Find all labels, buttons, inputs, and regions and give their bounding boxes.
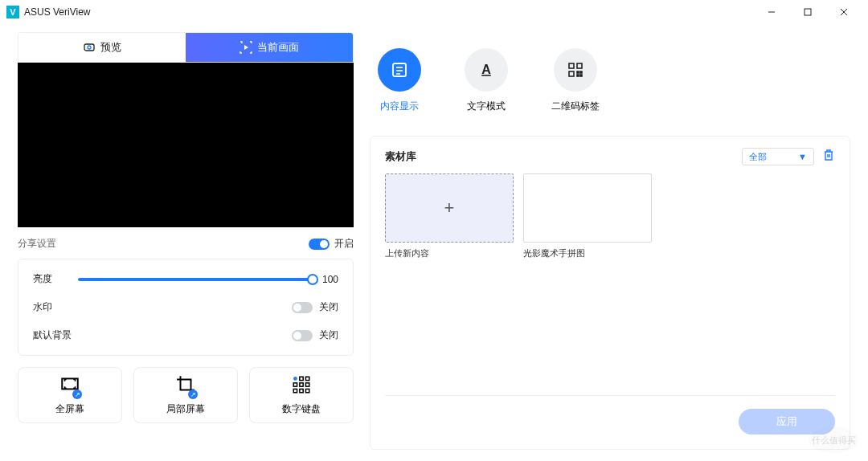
quick-numpad-label: 数字键盘 xyxy=(282,402,321,416)
settings-panel: 亮度 100 水印 关闭 默认背景 关闭 xyxy=(18,259,354,356)
defaultbg-toggle[interactable] xyxy=(292,330,313,341)
quick-region[interactable]: ↗ 局部屏幕 xyxy=(133,367,238,423)
filter-value: 全部 xyxy=(749,151,767,163)
svg-rect-26 xyxy=(580,71,582,73)
library-title: 素材库 xyxy=(385,149,416,164)
defaultbg-label: 默认背景 xyxy=(33,328,78,342)
svg-rect-16 xyxy=(305,389,309,392)
upload-card: + 上传新内容 xyxy=(385,173,514,259)
chevron-down-icon: ▼ xyxy=(798,152,807,161)
svg-rect-25 xyxy=(577,71,579,73)
right-column: 内容显示 A 文字模式 二维码标签 素材库 全部 xyxy=(370,32,850,450)
brightness-slider[interactable] xyxy=(78,278,313,281)
brightness-label: 亮度 xyxy=(33,272,78,286)
mode-row: 内容显示 A 文字模式 二维码标签 xyxy=(370,32,850,136)
svg-marker-6 xyxy=(244,45,248,50)
svg-rect-11 xyxy=(293,383,297,386)
current-icon xyxy=(240,41,252,54)
mode-content-label: 内容显示 xyxy=(380,100,419,113)
quick-region-label: 局部屏幕 xyxy=(166,402,205,416)
mode-text-label: 文字模式 xyxy=(467,100,506,113)
asset-card-1: 光影魔术手拼图 xyxy=(523,173,652,259)
watermark-toggle[interactable] xyxy=(292,302,313,313)
svg-rect-10 xyxy=(305,377,309,380)
defaultbg-row: 默认背景 关闭 xyxy=(33,328,338,342)
upload-caption: 上传新内容 xyxy=(385,247,514,259)
upload-button[interactable]: + xyxy=(385,173,514,243)
mode-text[interactable]: A 文字模式 xyxy=(465,48,508,113)
window-controls xyxy=(753,0,862,24)
tab-preview[interactable]: 预览 xyxy=(18,33,186,62)
brightness-row: 亮度 100 xyxy=(33,272,338,286)
asset-thumbnail[interactable] xyxy=(523,173,652,243)
svg-point-5 xyxy=(88,46,91,49)
watermark-state-label: 关闭 xyxy=(319,300,338,314)
maximize-button[interactable] xyxy=(789,0,825,24)
quick-fullscreen-label: 全屏幕 xyxy=(55,402,84,416)
watermark-row: 水印 关闭 xyxy=(33,300,338,314)
preview-area xyxy=(18,63,354,227)
share-toggle[interactable] xyxy=(309,239,330,250)
left-column: 预览 当前画面 分享设置 开启 亮度 100 xyxy=(18,32,354,450)
content-icon xyxy=(378,48,421,92)
delete-button[interactable] xyxy=(822,149,835,165)
svg-rect-4 xyxy=(84,44,94,51)
quick-numpad[interactable]: 数字键盘 xyxy=(249,367,354,423)
text-icon: A xyxy=(465,48,508,92)
close-button[interactable] xyxy=(825,0,862,24)
share-state-label: 开启 xyxy=(334,237,354,251)
mode-content[interactable]: 内容显示 xyxy=(378,48,421,113)
library-header: 素材库 全部 ▼ xyxy=(385,148,835,165)
qr-icon xyxy=(554,48,597,92)
library-cards: + 上传新内容 光影魔术手拼图 xyxy=(385,173,835,259)
mode-qr[interactable]: 二维码标签 xyxy=(551,48,600,113)
tab-preview-label: 预览 xyxy=(100,40,121,55)
tab-current[interactable]: 当前画面 xyxy=(186,33,353,62)
svg-rect-22 xyxy=(569,63,574,68)
quick-fullscreen[interactable]: ↗ 全屏幕 xyxy=(18,367,122,423)
apply-row: 应用 xyxy=(385,395,835,434)
app-logo: V xyxy=(6,6,19,18)
svg-rect-13 xyxy=(305,383,309,386)
svg-rect-15 xyxy=(300,389,303,392)
brightness-value: 100 xyxy=(322,274,338,285)
library-panel: 素材库 全部 ▼ + 上传新内容 光 xyxy=(370,136,850,450)
svg-rect-23 xyxy=(577,63,582,68)
filter-select[interactable]: 全部 ▼ xyxy=(742,148,814,165)
svg-rect-14 xyxy=(293,389,297,392)
svg-text:A: A xyxy=(481,63,491,76)
preview-icon xyxy=(83,41,96,54)
crop-icon: ↗ xyxy=(175,374,196,398)
share-setting-row: 分享设置 开启 xyxy=(18,237,354,251)
mode-qr-label: 二维码标签 xyxy=(551,100,600,113)
page-watermark: 什么值得买 xyxy=(809,427,858,453)
asset-caption: 光影魔术手拼图 xyxy=(523,247,652,259)
watermark-label: 水印 xyxy=(33,300,78,314)
svg-rect-1 xyxy=(805,9,811,15)
minimize-button[interactable] xyxy=(753,0,789,24)
svg-rect-24 xyxy=(569,71,574,76)
preview-tabs: 预览 当前画面 xyxy=(18,32,354,63)
share-label: 分享设置 xyxy=(18,237,56,251)
svg-point-8 xyxy=(293,377,297,381)
svg-rect-27 xyxy=(577,75,579,76)
defaultbg-state-label: 关闭 xyxy=(319,328,338,342)
window-title: ASUS VeriView xyxy=(24,6,90,18)
svg-rect-9 xyxy=(300,377,303,380)
svg-rect-28 xyxy=(580,75,582,76)
svg-rect-12 xyxy=(300,383,303,386)
tab-current-label: 当前画面 xyxy=(257,40,299,55)
fullscreen-icon: ↗ xyxy=(59,374,80,398)
titlebar: V ASUS VeriView xyxy=(0,0,868,24)
numpad-icon xyxy=(291,374,312,398)
quick-actions: ↗ 全屏幕 ↗ 局部屏幕 xyxy=(18,367,354,423)
main-content: 预览 当前画面 分享设置 开启 亮度 100 xyxy=(0,24,868,461)
